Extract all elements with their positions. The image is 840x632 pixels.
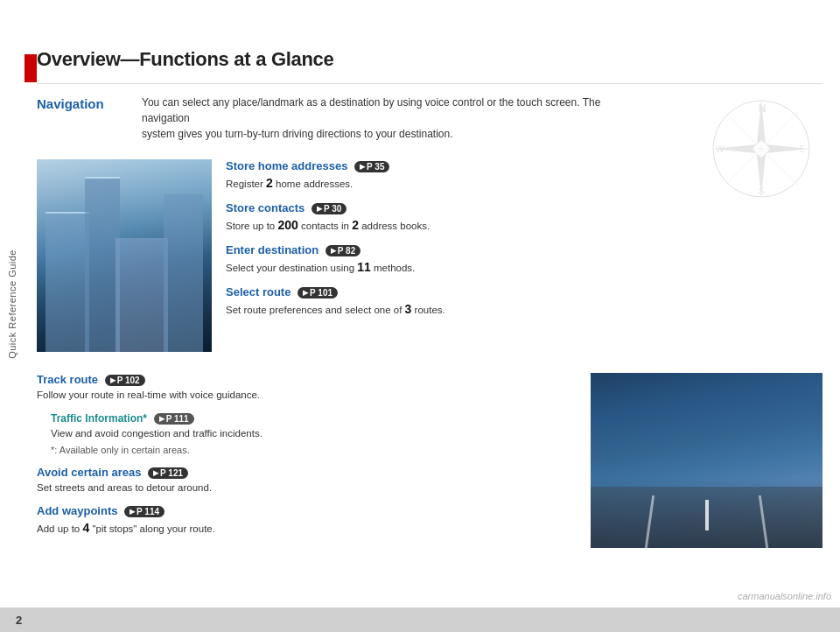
feature-badge-store-home: P 35 [354,161,389,172]
feature-badge-enter-destination: P 82 [326,245,360,256]
page-number: 2 [16,614,22,627]
nav-section: Navigation You can select any place/land… [37,95,822,142]
lower-feature-list: Track route P 102 Follow your route in r… [37,373,577,548]
building-shape-3 [116,238,168,352]
building-shapes [37,159,212,352]
feature-title-store-contacts: Store contacts [226,201,304,214]
feature-desc-store-contacts: Store up to 200 contacts in 2 address bo… [226,216,822,235]
road-right-line [759,495,768,548]
building-shape-4 [164,194,203,352]
road-left-line [645,495,654,548]
feature-track-route: Track route P 102 Follow your route in r… [37,373,577,403]
nav-label: Navigation [37,95,142,142]
lower-row: Track route P 102 Follow your route in r… [37,373,822,548]
feature-add-waypoints: Add waypoints P 114 Add up to 4 "pit sto… [37,504,577,537]
feature-title-enter-destination: Enter destination [226,243,318,256]
road-center-line [705,500,709,530]
feature-badge-avoid-areas: P 121 [148,467,188,479]
feature-avoid-areas: Avoid certain areas P 121 Set streets an… [37,466,577,495]
red-accent-bar [24,54,37,82]
feature-title-traffic-info: Traffic Information* [51,412,147,425]
title-divider [37,83,822,84]
watermark: carmanualsonline.info [738,591,831,601]
feature-store-contacts: Store contacts P 30 Store up to 200 cont… [226,201,822,235]
upper-feature-list: Store home addresses P 35 Register 2 hom… [226,159,822,352]
bottom-bar: 2 [0,607,840,632]
sidebar: Quick Reference Guide [0,0,24,607]
feature-title-add-waypoints: Add waypoints [37,504,117,517]
road-surface [591,487,822,548]
feature-desc-select-route: Set route preferences and select one of … [226,300,822,319]
upper-row: Store home addresses P 35 Register 2 hom… [37,159,822,352]
feature-title-select-route: Select route [226,285,290,298]
feature-badge-add-waypoints: P 114 [124,506,164,517]
feature-badge-store-contacts: P 30 [312,203,346,214]
feature-desc-track-route: Follow your route in real-time with voic… [37,388,577,403]
feature-desc-traffic-info: View and avoid congestion and traffic in… [51,426,577,441]
nav-description: You can select any place/landmark as a d… [142,95,614,142]
feature-desc-add-waypoints: Add up to 4 "pit stops" along your route… [37,519,577,537]
building-shape-2 [85,177,120,352]
main-content: Overview—Functions at a Glance Navigatio… [37,48,822,601]
sidebar-label: Quick Reference Guide [7,249,18,359]
feature-traffic-info: Traffic Information* P 111 View and avoi… [51,411,577,457]
feature-desc-enter-destination: Select your destination using 11 methods… [226,258,822,277]
feature-note-traffic-info: *: Available only in certain areas. [51,443,577,458]
feature-title-avoid-areas: Avoid certain areas [37,466,141,479]
feature-badge-select-route: P 101 [298,287,338,298]
feature-select-route: Select route P 101 Set route preferences… [226,285,822,319]
building-shape-1 [46,212,89,352]
building-image [37,159,212,352]
feature-title-store-home: Store home addresses [226,159,347,172]
feature-badge-track-route: P 102 [105,375,145,386]
feature-badge-traffic-info: P 111 [154,413,194,425]
road-image [591,373,822,548]
feature-desc-store-home: Register 2 home addresses. [226,174,822,193]
feature-store-home: Store home addresses P 35 Register 2 hom… [226,159,822,193]
feature-title-track-route: Track route [37,373,98,386]
feature-desc-avoid-areas: Set streets and areas to detour around. [37,481,577,495]
page-title: Overview—Functions at a Glance [37,48,822,71]
feature-enter-destination: Enter destination P 82 Select your desti… [226,243,822,277]
